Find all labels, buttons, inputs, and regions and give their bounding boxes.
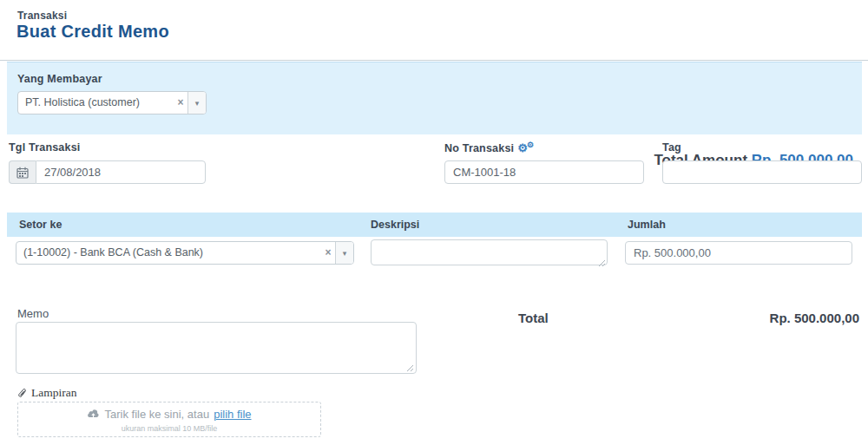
paperclip-icon [17,388,28,399]
page-title: Buat Credit Memo [16,22,169,42]
payer-label: Yang Membayar [17,73,102,85]
settings-gear-small-icon[interactable]: ⚙ [527,141,534,149]
total-label: Total [518,311,549,325]
tag-label: Tag [662,141,681,154]
column-header-description: Deskripsi [371,213,419,237]
chevron-down-icon: ▾ [195,99,200,108]
dropzone-line: Tarik file ke sini, atau pilih file [87,408,251,421]
column-header-amount: Jumlah [628,213,666,237]
column-header-account: Setor ke [19,213,62,237]
deposit-account-select[interactable]: (1-10002) - Bank BCA (Cash & Bank) × ▾ [16,241,354,265]
choose-file-link[interactable]: pilih file [214,408,251,421]
credit-memo-form-page: Transaksi Buat Credit Memo Yang Membayar… [0,0,868,445]
attachment-section-label: Lampiran [17,386,76,400]
date-field-group [9,160,206,184]
calendar-icon [16,167,29,179]
dropzone-hint: ukuran maksimal 10 MB/file [18,424,320,433]
payer-select-value: PT. Holistica (customer) [18,92,174,114]
memo-textarea[interactable] [16,322,417,374]
transaction-number-input[interactable] [444,160,644,184]
breadcrumb: Transaksi [17,10,67,22]
description-textarea[interactable] [371,239,608,265]
clear-icon[interactable]: × [174,92,187,114]
clear-icon[interactable]: × [321,242,335,264]
resize-grip-icon[interactable] [406,364,414,372]
payer-panel: Yang Membayar PT. Holistica (customer) ×… [7,62,862,134]
deposit-account-value: (1-10002) - Bank BCA (Cash & Bank) [16,242,321,264]
calendar-addon[interactable] [9,160,36,184]
dropzone-text: Tarik file ke sini, atau [104,408,209,421]
transaction-number-label: No Transaksi⚙⚙ [444,141,534,154]
upload-cloud-icon [87,409,100,419]
memo-label: Memo [17,307,49,320]
payer-select-arrow-button[interactable]: ▾ [187,92,206,114]
payer-select[interactable]: PT. Holistica (customer) × ▾ [17,91,207,115]
transaction-number-label-text: No Transaksi [444,142,514,154]
amount-input[interactable] [625,241,852,265]
header-divider [0,60,868,61]
date-input[interactable] [36,160,206,184]
deposit-table-header: Setor ke Deskripsi Jumlah [7,213,862,237]
total-value: Rp. 500.000,00 [770,311,859,325]
resize-grip-icon[interactable] [598,259,606,267]
deposit-account-arrow-button[interactable]: ▾ [335,242,353,264]
tag-input[interactable] [662,160,862,184]
date-label: Tgl Transaksi [9,141,81,154]
attachment-label-text: Lampiran [31,386,76,400]
file-dropzone[interactable]: Tarik file ke sini, atau pilih file ukur… [17,402,321,437]
chevron-down-icon: ▾ [343,249,347,258]
